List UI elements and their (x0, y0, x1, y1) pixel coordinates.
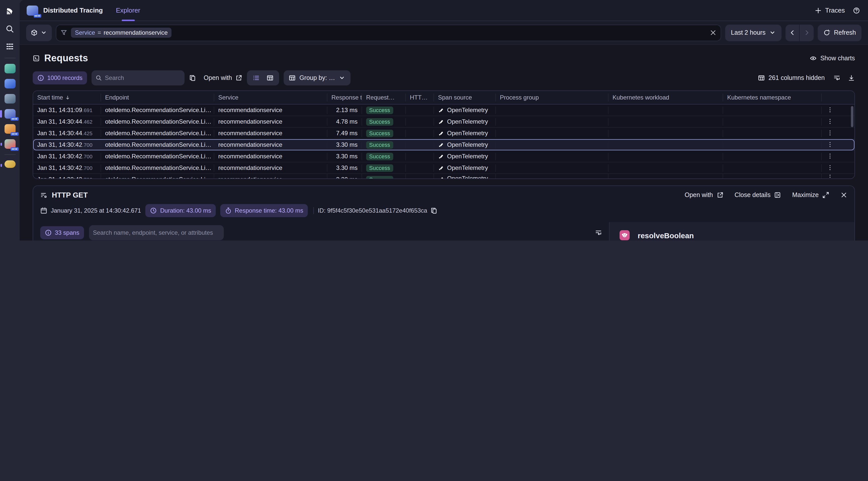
cell-request-status: Success (362, 118, 405, 125)
list-view-button[interactable] (249, 70, 263, 86)
trace-details-panel: HTTP GET Open with Close details Maximiz… (33, 186, 855, 241)
cell-response-time: 2.13 ms (327, 106, 362, 114)
cell-start-time-ms: .691 (82, 107, 93, 113)
cell-start-time: Jan 31, 14:30:42.700 (33, 141, 100, 149)
cell-service: recommendationservice (214, 174, 327, 179)
show-charts-button[interactable]: Show charts (810, 55, 855, 62)
spans-format-button[interactable] (595, 229, 602, 236)
info-icon (37, 74, 44, 82)
copy-id-button[interactable] (431, 207, 438, 214)
app-services[interactable]: NEW (4, 139, 16, 149)
trace-title: HTTP GET (52, 191, 88, 199)
row-menu-button[interactable] (822, 118, 838, 124)
column-header-kubernetes-workload[interactable]: Kubernetes workload (608, 94, 723, 101)
help-button[interactable] (853, 7, 860, 14)
table-row[interactable]: Jan 31, 14:30:44.462oteldemo.Recommendat… (33, 116, 855, 128)
cell-actions (821, 153, 838, 160)
requests-search-input[interactable] (105, 74, 181, 82)
row-format-button[interactable] (833, 74, 840, 82)
refresh-button[interactable]: Refresh (818, 24, 862, 41)
app-infrastructure[interactable] (4, 94, 16, 103)
table-row[interactable]: Jan 31, 14:30:44.425oteldemo.Recommendat… (33, 128, 855, 139)
row-menu-button[interactable] (822, 129, 838, 136)
table-row[interactable]: Jan 31, 14:30:42.700oteldemo.Recommendat… (33, 162, 855, 174)
app-logs[interactable]: NEW (4, 124, 16, 134)
spans-search[interactable] (89, 225, 223, 240)
kebab-icon (827, 106, 833, 113)
column-header-response-ti-[interactable]: Response ti… (327, 94, 362, 101)
close-icon (710, 29, 717, 36)
app-access-key[interactable] (4, 160, 16, 168)
add-traces-button[interactable]: Traces (815, 6, 845, 14)
duration-pill: Duration: 43.00 ms (146, 204, 216, 217)
row-menu-button[interactable] (822, 141, 838, 148)
column-header-htt-[interactable]: HTT… (405, 94, 434, 101)
content: Requests Show charts 1000 records Open w… (20, 45, 868, 241)
top-bar: NEW Distributed Tracing Explorer Traces (20, 0, 868, 21)
app-smartscape[interactable] (4, 64, 16, 73)
records-count-pill[interactable]: 1000 records (33, 71, 87, 85)
column-header-endpoint[interactable]: Endpoint (100, 94, 214, 101)
row-menu-button[interactable] (822, 174, 838, 179)
column-header-start-time[interactable]: Start time (33, 94, 100, 101)
chevron-down-icon (769, 29, 776, 36)
cell-http (405, 141, 434, 149)
app-distributed-tracing[interactable]: NEW (4, 109, 16, 119)
filter-input[interactable]: Service = recommendationservice (56, 24, 721, 41)
opentelemetry-icon (438, 165, 444, 171)
tab-explorer[interactable]: Explorer (115, 0, 141, 21)
close-button[interactable] (840, 192, 847, 198)
column-header-service[interactable]: Service (214, 94, 327, 101)
cube-icon (31, 29, 38, 36)
opentelemetry-icon (438, 142, 444, 148)
apps-grid[interactable] (4, 40, 16, 52)
columns-hidden-button[interactable]: 261 columns hidden (758, 74, 825, 82)
close-details-button[interactable]: Close details (735, 192, 781, 198)
table-view-button[interactable] (263, 70, 277, 86)
spans-search-input[interactable] (93, 229, 219, 236)
maximize-button[interactable]: Maximize (792, 192, 829, 198)
cell-endpoint: oteldemo.RecommendationService.Li… (100, 129, 214, 137)
opentelemetry-icon (438, 119, 444, 125)
copy-button[interactable] (189, 74, 196, 82)
dynatrace-logo[interactable] (4, 5, 16, 17)
group-by-button[interactable]: Group by: … (284, 70, 351, 86)
sort-descending-icon (65, 95, 71, 100)
cell-endpoint: oteldemo.RecommendationService.Li… (100, 174, 214, 179)
details-open-with-button[interactable]: Open with (685, 192, 724, 198)
table-row[interactable]: Jan 31, 14:30:42.700oteldemo.Recommendat… (33, 139, 855, 151)
time-forward-button[interactable] (800, 24, 814, 41)
column-header-span-source[interactable]: Span source (434, 94, 495, 101)
cell-kubernetes-namespace (723, 141, 821, 149)
table-row[interactable]: Jan 31, 14:30:42.700oteldemo.Recommendat… (33, 151, 855, 162)
status-badge: Success (366, 106, 393, 114)
time-range-selector[interactable]: Last 2 hours (725, 24, 782, 41)
global-search[interactable] (4, 23, 16, 35)
column-header-process-group[interactable]: Process group (495, 94, 608, 101)
spans-count-pill[interactable]: 33 spans (40, 226, 84, 239)
row-menu-button[interactable] (822, 153, 838, 159)
requests-search[interactable] (92, 70, 185, 86)
requests-scrollbar[interactable] (851, 106, 854, 127)
scope-selector[interactable] (26, 24, 52, 41)
search-icon (5, 24, 14, 33)
download-button[interactable] (848, 74, 855, 82)
status-badge: Success (366, 141, 393, 149)
row-menu-button[interactable] (822, 164, 838, 171)
app-title: Distributed Tracing (43, 6, 103, 14)
table-row[interactable]: Jan 31, 14:31:09.691oteldemo.Recommendat… (33, 104, 855, 116)
kebab-icon (827, 153, 833, 159)
cell-http (405, 106, 434, 114)
app-kubernetes[interactable] (4, 79, 16, 89)
column-header-request-[interactable]: Request… (362, 94, 405, 101)
filter-chip[interactable]: Service = recommendationservice (71, 28, 172, 38)
time-back-button[interactable] (785, 24, 800, 41)
cell-span-source: OpenTelemetry (434, 164, 495, 172)
trace-id: ID: 9f5f4c5f30e50e531aa5172e40f653ca (313, 207, 438, 214)
table-row[interactable]: Jan 31, 14:30:42.700oteldemo.Recommendat… (33, 174, 855, 179)
row-menu-button[interactable] (822, 106, 838, 113)
open-with-button[interactable]: Open with (204, 74, 243, 82)
clear-filter-button[interactable] (710, 29, 717, 36)
column-header-kubernetes-namespace[interactable]: Kubernetes namespace (723, 94, 821, 101)
kebab-icon (827, 118, 833, 124)
